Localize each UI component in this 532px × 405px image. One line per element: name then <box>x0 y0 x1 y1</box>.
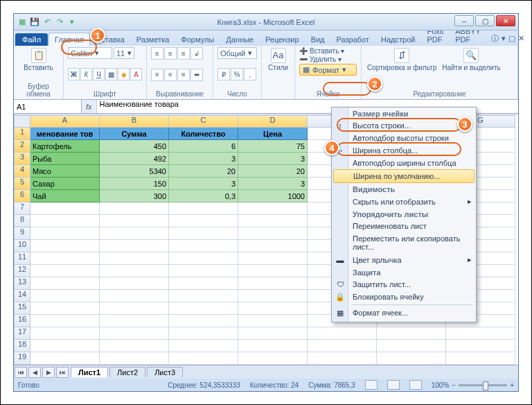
tab-review[interactable]: Рецензир <box>260 33 305 46</box>
zoom-out-button[interactable]: − <box>452 381 456 389</box>
undo-icon[interactable]: ↶ <box>42 17 53 28</box>
cell[interactable] <box>30 227 100 240</box>
currency-button[interactable]: ₽ <box>218 68 230 80</box>
wrap-text-button[interactable]: ↲ <box>190 47 203 60</box>
cell[interactable] <box>169 352 238 365</box>
cell[interactable] <box>100 215 169 227</box>
cell[interactable] <box>238 215 308 227</box>
cell[interactable] <box>100 203 169 215</box>
cell[interactable] <box>30 215 100 227</box>
cell[interactable] <box>238 227 308 240</box>
cell[interactable] <box>30 277 100 290</box>
tab-home[interactable]: Главная <box>48 33 90 46</box>
sheet-tab-1[interactable]: Лист1 <box>71 367 108 377</box>
align-middle-button[interactable]: ≡ <box>164 47 177 60</box>
cell[interactable] <box>30 315 100 327</box>
cell[interactable] <box>169 302 238 315</box>
table-cell[interactable]: Картофель <box>30 140 100 153</box>
styles-button[interactable]: AaСтили <box>266 47 290 72</box>
cell[interactable] <box>238 240 308 252</box>
cell[interactable] <box>169 240 238 252</box>
table-cell[interactable]: Чай <box>30 190 100 203</box>
minimize-button[interactable]: – <box>454 15 474 26</box>
save-icon[interactable]: 💾 <box>29 17 40 28</box>
close-button[interactable]: ✕ <box>496 15 515 26</box>
menu-column-width[interactable]: ↔Ширина столбца... <box>332 144 476 157</box>
row-header[interactable]: 19 <box>14 352 30 365</box>
menu-format-cells[interactable]: ▦Формат ячеек... <box>332 307 476 319</box>
view-normal-button[interactable] <box>365 380 378 390</box>
col-header[interactable]: D <box>238 115 308 128</box>
row-header[interactable]: 8 <box>14 215 30 227</box>
row-header[interactable]: 1 <box>14 128 30 140</box>
underline-button[interactable]: Ч <box>93 68 105 80</box>
menu-autofit-column-width[interactable]: Автоподбор ширины столбца <box>332 157 476 169</box>
ribbon-help[interactable]: ⓘ▾▢✕ <box>487 31 529 46</box>
cell[interactable] <box>446 327 515 340</box>
menu-move-copy-sheet[interactable]: Переместить или скопировать лист... <box>332 232 476 253</box>
select-all-corner[interactable] <box>14 115 30 128</box>
fx-icon[interactable]: fx <box>82 103 96 111</box>
redo-icon[interactable]: ↷ <box>54 17 65 28</box>
table-cell[interactable]: 1000 <box>238 190 308 203</box>
cell[interactable] <box>30 252 100 265</box>
table-cell[interactable]: 20 <box>169 165 238 178</box>
sort-filter-button[interactable]: ⇵Сортировка и фильтр <box>366 47 438 72</box>
merge-button[interactable]: ⬌ <box>190 69 203 81</box>
cell[interactable] <box>238 277 308 290</box>
cell[interactable] <box>238 340 308 352</box>
tab-formulas[interactable]: Формулы <box>175 33 220 46</box>
row-header[interactable]: 9 <box>14 227 30 240</box>
menu-lock-cell[interactable]: 🔒Блокировать ячейку <box>332 291 476 303</box>
table-cell[interactable]: Сахар <box>30 178 100 190</box>
cell[interactable] <box>308 340 377 352</box>
number-format-select[interactable]: Общий▾ <box>218 47 257 59</box>
cell[interactable] <box>377 352 446 365</box>
row-header[interactable]: 16 <box>14 315 30 327</box>
table-cell[interactable]: 3 <box>169 153 238 165</box>
tab-developer[interactable]: Разработ <box>331 33 375 46</box>
align-center-button[interactable]: ≡ <box>164 69 177 81</box>
cell[interactable] <box>377 340 446 352</box>
cell[interactable] <box>30 290 100 302</box>
row-header[interactable]: 3 <box>14 153 30 165</box>
italic-button[interactable]: К <box>80 68 92 80</box>
font-name-select[interactable]: Calibri▾ <box>68 47 112 59</box>
cell[interactable] <box>169 265 238 277</box>
row-header[interactable]: 13 <box>14 277 30 290</box>
cell[interactable] <box>238 203 308 215</box>
tab-view[interactable]: Вид <box>305 33 330 46</box>
menu-hide-unhide[interactable]: Скрыть или отобразить▸ <box>332 195 476 208</box>
cell[interactable] <box>30 203 100 215</box>
font-color-button[interactable]: A <box>130 68 142 80</box>
cell[interactable] <box>100 340 169 352</box>
view-pagebreak-button[interactable] <box>409 380 422 390</box>
zoom-in-button[interactable]: + <box>510 381 514 389</box>
cell[interactable] <box>30 240 100 252</box>
cells-format-button[interactable]: ▦Формат▾ <box>299 64 357 76</box>
maximize-button[interactable]: ▢ <box>475 15 495 26</box>
row-header[interactable]: 12 <box>14 265 30 277</box>
cell[interactable] <box>100 327 169 340</box>
bold-button[interactable]: Ж <box>68 68 80 80</box>
table-cell[interactable]: Рыба <box>30 153 100 165</box>
cells-delete-button[interactable]: ➖Удалить▾ <box>299 55 357 63</box>
cell[interactable] <box>169 327 238 340</box>
tab-page-layout[interactable]: Разметка <box>131 33 175 46</box>
table-header-cell[interactable]: менование тов <box>30 128 100 140</box>
cell[interactable] <box>238 252 308 265</box>
row-header[interactable]: 14 <box>14 290 30 302</box>
sheet-nav-next[interactable]: ▶ <box>42 367 55 378</box>
percent-button[interactable]: % <box>231 68 243 80</box>
cell[interactable] <box>238 315 308 327</box>
view-layout-button[interactable] <box>387 380 400 390</box>
row-header[interactable]: 18 <box>14 340 30 352</box>
border-button[interactable]: ▦ <box>105 68 117 80</box>
row-header[interactable]: 10 <box>14 240 30 252</box>
row-header[interactable]: 7 <box>14 203 30 215</box>
align-top-button[interactable]: ≡ <box>151 47 163 60</box>
table-cell[interactable]: 450 <box>100 140 169 153</box>
font-size-select[interactable]: 11▾ <box>114 47 134 59</box>
col-header[interactable]: C <box>169 115 238 128</box>
paste-button[interactable]: 📋Вставить <box>18 47 59 72</box>
